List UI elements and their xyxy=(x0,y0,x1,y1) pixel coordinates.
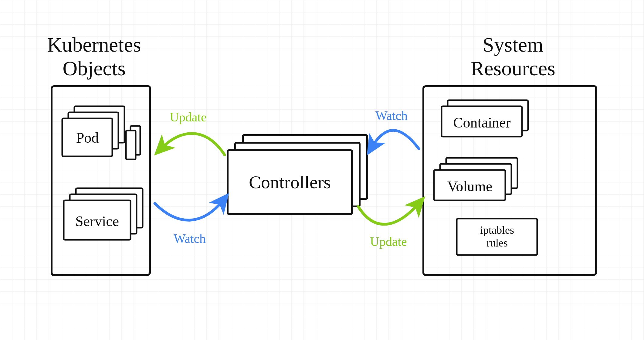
arrow-update-right xyxy=(358,203,419,224)
controllers-label: Controllers xyxy=(249,172,331,192)
kubernetes-objects-title-line2: Objects xyxy=(63,57,126,80)
iptables-label-line2: rules xyxy=(486,237,508,249)
arrow-update-left xyxy=(161,134,225,155)
arrow-update-right-label: Update xyxy=(370,235,407,249)
system-resources-title-line1: System xyxy=(483,33,543,56)
container-stack: Container xyxy=(442,100,528,137)
system-resources-title-line2: Resources xyxy=(470,57,555,80)
arrow-watch-left xyxy=(155,200,223,220)
small-stack-icon xyxy=(126,126,140,159)
service-label: Service xyxy=(75,213,119,229)
arrow-watch-right-label: Watch xyxy=(375,109,408,123)
container-label: Container xyxy=(453,114,510,131)
kubernetes-objects-group: Kubernetes Objects Pod Service xyxy=(47,33,150,275)
arrow-update-left-label: Update xyxy=(170,110,206,124)
pod-label: Pod xyxy=(76,130,99,146)
arrow-watch-right xyxy=(372,130,419,149)
kubernetes-objects-title-line1: Kubernetes xyxy=(47,33,141,56)
svg-rect-4 xyxy=(126,131,136,159)
iptables-label-line1: iptables xyxy=(480,224,514,236)
service-stack: Service xyxy=(64,188,143,240)
volume-stack: Volume xyxy=(434,158,517,200)
pod-stack: Pod xyxy=(62,106,124,156)
system-resources-group: System Resources Container Volume iptabl… xyxy=(423,33,596,275)
iptables-box: iptables rules xyxy=(457,219,537,255)
controllers-group: Controllers xyxy=(228,135,367,214)
arrow-watch-left-label: Watch xyxy=(174,232,206,246)
diagram-canvas: Kubernetes Objects Pod Service Controlle xyxy=(0,0,644,340)
volume-label: Volume xyxy=(447,178,492,194)
